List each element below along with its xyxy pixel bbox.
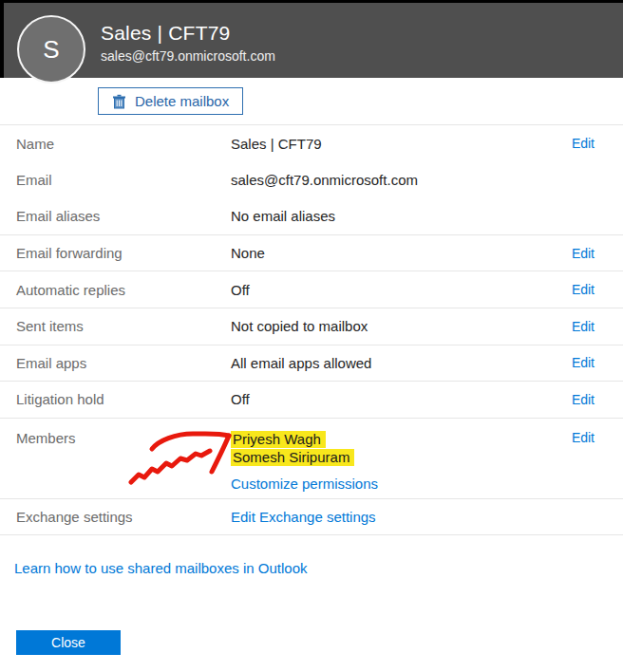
toolbar: Delete mailbox [0, 78, 623, 124]
row-value: Sales | CFT79 [231, 136, 572, 152]
row-value: All email apps allowed [231, 355, 572, 371]
mailbox-header: S Sales | CFT79 sales@cft79.onmicrosoft.… [0, 3, 623, 78]
avatar-initial: S [43, 35, 59, 65]
row-label: Email apps [16, 355, 231, 371]
row-label: Email aliases [16, 208, 231, 224]
detail-row-members: Members Priyesh Wagh Somesh Siripuram Cu… [0, 419, 623, 499]
edit-exchange-settings-link[interactable]: Edit Exchange settings [231, 509, 376, 525]
edit-sent-items-link[interactable]: Edit [572, 319, 595, 334]
member-name-highlighted: Somesh Siripuram [231, 449, 354, 466]
mailbox-email: sales@cft79.onmicrosoft.com [101, 48, 275, 64]
row-label: Members [16, 430, 231, 446]
row-value: sales@cft79.onmicrosoft.com [231, 172, 595, 188]
row-label: Email [16, 172, 231, 188]
edit-name-link[interactable]: Edit [572, 136, 595, 151]
page-title: Sales | CFT79 [101, 22, 275, 45]
header-text: Sales | CFT79 sales@cft79.onmicrosoft.co… [101, 22, 275, 64]
detail-row-email-forwarding: Email forwarding None Edit [0, 235, 623, 272]
members-value: Priyesh Wagh Somesh Siripuram Customize … [231, 430, 572, 492]
avatar: S [17, 15, 85, 84]
row-value: No email aliases [231, 208, 595, 224]
customize-permissions-link[interactable]: Customize permissions [231, 476, 378, 492]
member-name-highlighted: Priyesh Wagh [231, 431, 326, 448]
row-label: Automatic replies [16, 282, 231, 298]
row-value: Off [231, 282, 572, 298]
row-value: Not copied to mailbox [231, 318, 572, 334]
edit-email-apps-link[interactable]: Edit [572, 355, 595, 370]
close-button[interactable]: Close [16, 630, 121, 655]
row-value: Edit Exchange settings [231, 509, 595, 525]
trash-icon [112, 94, 126, 109]
edit-litigation-hold-link[interactable]: Edit [572, 392, 595, 407]
row-label: Name [16, 136, 231, 152]
member-item: Priyesh Wagh [231, 430, 572, 449]
detail-row-exchange-settings: Exchange settings Edit Exchange settings [0, 499, 623, 536]
member-item: Somesh Siripuram [231, 448, 572, 467]
row-label: Exchange settings [16, 509, 231, 525]
edit-email-forwarding-link[interactable]: Edit [572, 246, 595, 261]
detail-row-email: Email sales@cft79.onmicrosoft.com [0, 162, 623, 199]
row-value: None [231, 245, 572, 261]
detail-row-name: Name Sales | CFT79 Edit [0, 125, 623, 162]
details-list: Name Sales | CFT79 Edit Email sales@cft7… [0, 124, 623, 535]
learn-shared-mailboxes-link[interactable]: Learn how to use shared mailboxes in Out… [14, 560, 308, 576]
row-label: Email forwarding [16, 245, 231, 261]
detail-row-sent-items: Sent items Not copied to mailbox Edit [0, 308, 623, 345]
detail-row-email-aliases: Email aliases No email aliases [0, 198, 623, 235]
delete-mailbox-button[interactable]: Delete mailbox [98, 87, 243, 115]
row-label: Litigation hold [16, 391, 231, 407]
row-label: Sent items [16, 318, 231, 334]
detail-row-email-apps: Email apps All email apps allowed Edit [0, 345, 623, 383]
delete-mailbox-label: Delete mailbox [135, 93, 229, 109]
edit-members-link[interactable]: Edit [572, 430, 595, 445]
detail-row-litigation-hold: Litigation hold Off Edit [0, 382, 623, 419]
edit-automatic-replies-link[interactable]: Edit [572, 282, 595, 297]
detail-row-automatic-replies: Automatic replies Off Edit [0, 271, 623, 308]
shared-mailbox-details-pane: S Sales | CFT79 sales@cft79.onmicrosoft.… [0, 0, 623, 672]
row-value: Off [231, 391, 572, 407]
